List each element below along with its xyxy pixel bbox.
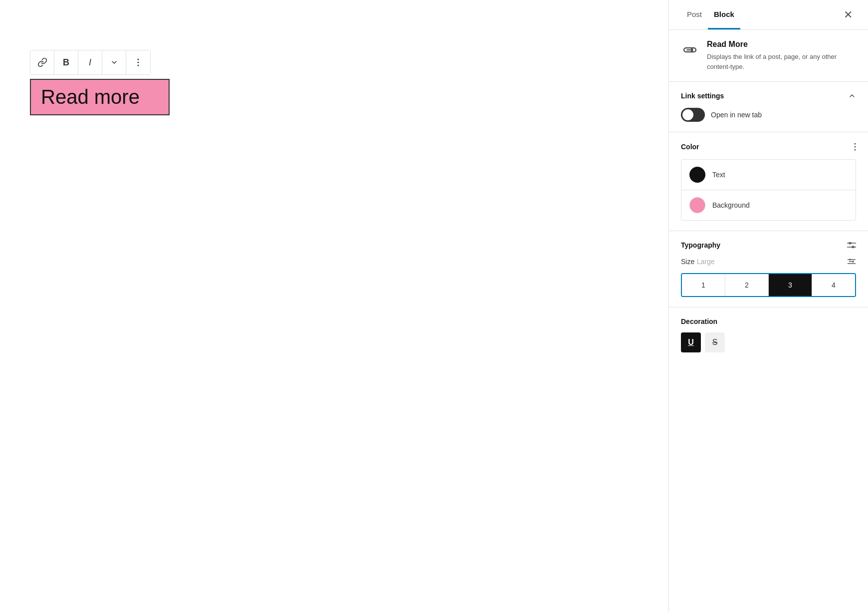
block-description: Displays the link of a post, page, or an…	[707, 52, 856, 71]
typography-section-header: Typography	[681, 241, 856, 249]
svg-point-6	[855, 149, 856, 151]
underline-decoration-btn[interactable]: U	[681, 332, 701, 352]
svg-point-0	[138, 59, 139, 60]
typography-section: Typography Size Large	[669, 231, 868, 307]
sidebar: Post Block ✕ Read More Displays the link…	[668, 0, 868, 612]
typography-section-title: Typography	[681, 241, 720, 249]
block-info-section: Read More Displays the link of a post, p…	[669, 30, 868, 82]
tab-post[interactable]: Post	[681, 0, 708, 29]
text-color-row[interactable]: Text	[681, 160, 856, 190]
size-row-left: Size Large	[681, 257, 715, 266]
size-adjust-btn[interactable]	[847, 258, 856, 265]
size-btn-2[interactable]: 2	[725, 274, 769, 296]
size-row: Size Large	[681, 257, 856, 266]
size-btn-4[interactable]: 4	[812, 274, 855, 296]
link-settings-title: Link settings	[681, 92, 724, 100]
size-label: Size	[681, 258, 694, 266]
underline-icon: U	[688, 338, 694, 347]
svg-point-5	[855, 146, 856, 148]
block-info-text: Read More Displays the link of a post, p…	[707, 40, 856, 71]
close-sidebar-button[interactable]: ✕	[840, 7, 856, 23]
strikethrough-icon: S	[712, 338, 718, 347]
color-section-title: Color	[681, 143, 699, 151]
text-color-label: Text	[712, 171, 725, 179]
size-btn-1[interactable]: 1	[682, 274, 725, 296]
decoration-buttons: U S	[681, 332, 856, 352]
bold-toolbar-btn[interactable]: B	[54, 50, 78, 74]
link-settings-collapse-btn[interactable]	[848, 92, 856, 100]
size-value: Large	[697, 258, 715, 266]
italic-toolbar-btn[interactable]: I	[78, 50, 102, 74]
block-type-icon	[681, 41, 699, 59]
canvas-area: B I Read more	[0, 0, 668, 612]
open-in-new-tab-label: Open in new tab	[711, 111, 762, 119]
color-section: Color Text Background	[669, 132, 868, 231]
tab-block[interactable]: Block	[708, 0, 740, 29]
open-in-new-tab-toggle[interactable]	[681, 108, 705, 122]
link-settings-section: Link settings Open in new tab	[669, 82, 868, 132]
color-section-more-btn[interactable]	[854, 142, 856, 151]
text-color-swatch	[689, 167, 705, 183]
toggle-knob	[682, 109, 693, 120]
block-title: Read More	[707, 40, 856, 49]
sidebar-tabs: Post Block ✕	[669, 0, 868, 30]
background-color-row[interactable]: Background	[681, 190, 856, 220]
background-color-label: Background	[712, 201, 750, 209]
strikethrough-decoration-btn[interactable]: S	[705, 332, 725, 352]
link-settings-header: Link settings	[681, 92, 856, 100]
decoration-title: Decoration	[681, 317, 856, 325]
block-toolbar: B I	[30, 50, 151, 75]
color-section-header: Color	[681, 142, 856, 151]
typography-section-more-btn[interactable]	[847, 242, 856, 248]
link-toolbar-btn[interactable]	[30, 50, 54, 74]
svg-point-1	[138, 62, 139, 63]
svg-point-2	[138, 65, 139, 66]
svg-point-4	[855, 143, 856, 145]
decoration-section: Decoration U S	[669, 307, 868, 362]
color-options-list: Text Background	[681, 159, 856, 221]
size-btn-3[interactable]: 3	[769, 274, 812, 296]
more-options-toolbar-btn[interactable]	[102, 50, 126, 74]
block-container: B I Read more	[30, 50, 170, 115]
open-in-new-tab-row: Open in new tab	[681, 108, 856, 122]
size-buttons-group: 1 2 3 4	[681, 273, 856, 297]
read-more-block[interactable]: Read more	[30, 79, 170, 115]
overflow-toolbar-btn[interactable]	[126, 50, 150, 74]
background-color-swatch	[689, 197, 705, 213]
